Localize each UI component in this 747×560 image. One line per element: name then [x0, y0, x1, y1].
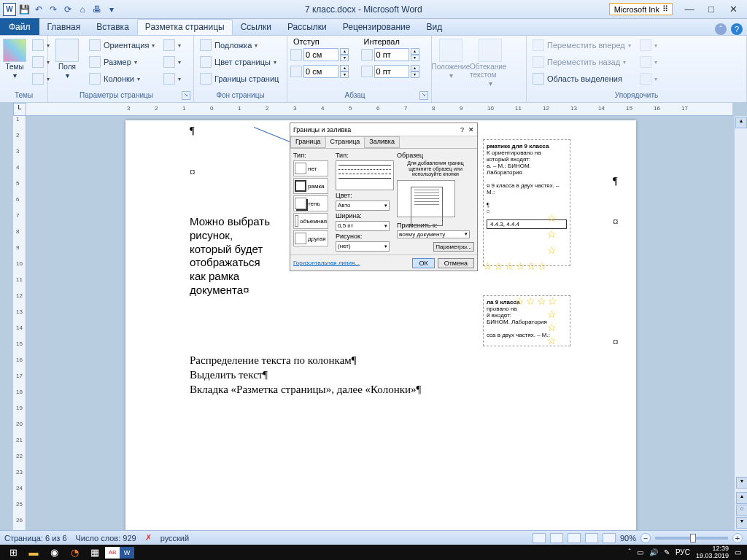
orientation-button[interactable]: Ориентация▾ [86, 37, 158, 53]
border-color-combo[interactable]: Авто▾ [336, 201, 390, 211]
tab-insert[interactable]: Вставка [88, 19, 137, 35]
notifications-icon[interactable]: ▭ [735, 548, 741, 556]
prev-page-button[interactable]: ▴ [736, 492, 747, 504]
help-icon[interactable]: ? [731, 23, 743, 35]
horizontal-ruler[interactable]: 32101234567891011121314151617 [26, 103, 732, 116]
print-icon[interactable]: 🖶 [90, 3, 104, 16]
minimize-button[interactable]: — [678, 2, 700, 17]
border-type-none[interactable]: нет [293, 160, 328, 176]
dialog-close-icon[interactable]: ✕ [468, 126, 474, 133]
browse-object-button[interactable]: ○ [736, 505, 747, 516]
tab-review[interactable]: Рецензирование [335, 19, 419, 35]
tray-language[interactable]: РУС [676, 548, 690, 556]
tab-view[interactable]: Вид [418, 19, 450, 35]
columns-button[interactable]: Колонки▾ [86, 71, 158, 87]
hyphenation-button[interactable]: ▾ [160, 71, 184, 87]
params-button[interactable]: Параметры... [433, 242, 474, 252]
indent-right-input[interactable]: ▴▾ [290, 63, 358, 79]
word-taskbar-icon[interactable]: W [120, 547, 134, 559]
tray-battery-icon[interactable]: ▭ [637, 548, 643, 556]
page-borders-button[interactable]: Границы страниц [197, 71, 282, 87]
close-button[interactable]: ✕ [722, 2, 744, 17]
zoom-level[interactable]: 90% [620, 534, 636, 542]
dialog-help-icon[interactable]: ? [460, 126, 464, 133]
spacing-before-input[interactable]: ▴▾ [361, 47, 429, 63]
refresh-icon[interactable]: ⟳ [61, 3, 74, 16]
page-status[interactable]: Страница: 6 из 6 [4, 534, 67, 542]
save-icon[interactable]: 💾 [18, 3, 31, 16]
calculator-icon[interactable]: ▦ [85, 545, 105, 560]
selection-pane-button[interactable]: Область выделения [530, 71, 634, 87]
cancel-button[interactable]: Отмена [438, 258, 474, 268]
group-position: Положение▾ Обтекание текстом▾ [432, 36, 527, 102]
tab-file[interactable]: Файл [0, 18, 39, 35]
border-style-list[interactable] [336, 160, 394, 190]
redo-icon[interactable]: ↷ [47, 3, 60, 16]
watermark-button[interactable]: Подложка▾ [197, 37, 282, 53]
vertical-scrollbar[interactable]: ▴ ▾ ▴ ○ ▾ [734, 116, 747, 530]
zoom-slider[interactable] [655, 537, 728, 540]
apply-to-combo[interactable]: всему документу▾ [397, 230, 470, 238]
qat-dropdown-icon[interactable]: ▾ [105, 3, 118, 16]
app-icon-1[interactable]: ◔ [64, 545, 85, 560]
page-setup-launcher[interactable]: ↘ [182, 91, 190, 100]
undo-icon[interactable]: ↶ [32, 3, 45, 16]
dialog-tab-page[interactable]: Страница [325, 136, 365, 148]
paragraph-launcher[interactable]: ↘ [419, 91, 428, 100]
start-button[interactable]: ⊞ [3, 545, 23, 560]
print-layout-view[interactable] [533, 533, 546, 543]
dialog-tab-fill[interactable]: Заливка [364, 136, 400, 148]
zoom-in-button[interactable]: + [732, 533, 743, 543]
border-width-combo[interactable]: 0,5 пт▾ [336, 221, 390, 231]
line-numbers-button[interactable]: ▾ [160, 54, 184, 70]
border-type-shadow[interactable]: тень [293, 195, 328, 211]
tray-pen-icon[interactable]: ✎ [664, 548, 670, 556]
maximize-button[interactable]: □ [700, 2, 722, 17]
group-themes: Темы▾ ▾▾▾ Темы [0, 36, 48, 102]
ink-button[interactable]: Microsoft Ink⠿ [609, 3, 673, 15]
outline-view[interactable] [585, 533, 598, 543]
size-button[interactable]: Размер▾ [86, 54, 158, 70]
border-type-3d[interactable]: объемная [293, 213, 328, 229]
scroll-down-button[interactable]: ▾ [736, 477, 747, 489]
indent-left-input[interactable]: ▴▾ [290, 47, 358, 63]
border-type-custom[interactable]: другая [293, 230, 328, 246]
tab-page-layout[interactable]: Разметка страницы [137, 19, 233, 35]
minimize-ribbon-icon[interactable]: ˆ [715, 23, 727, 35]
scroll-up-button[interactable]: ▴ [735, 117, 747, 128]
zoom-out-button[interactable]: − [640, 533, 651, 543]
horizontal-line-link[interactable]: Горизонтальная линия... [293, 260, 360, 266]
forward-icon [533, 39, 544, 51]
border-art-combo[interactable]: (нет)▾ [336, 241, 390, 252]
dialog-tab-border[interactable]: Граница [290, 136, 326, 148]
margins-button[interactable]: Поля▾ [51, 37, 83, 91]
tab-references[interactable]: Ссылки [233, 19, 279, 35]
draft-view[interactable] [603, 533, 616, 543]
ok-button[interactable]: ОК [412, 258, 434, 268]
language-status[interactable]: русский [160, 534, 189, 542]
tab-mailings[interactable]: Рассылки [279, 19, 335, 35]
tab-home[interactable]: Главная [39, 19, 89, 35]
page-color-button[interactable]: Цвет страницы▾ [197, 54, 282, 70]
border-preview[interactable] [397, 180, 455, 217]
full-screen-view[interactable] [550, 533, 563, 543]
ruler-corner[interactable]: L [13, 103, 26, 116]
tray-volume-icon[interactable]: 🔊 [649, 548, 658, 556]
tray-chevron-icon[interactable]: ˆ [629, 548, 631, 556]
star-row-8: ☆ [547, 335, 557, 346]
spell-check-icon[interactable]: ✗ [145, 533, 152, 542]
explorer-icon[interactable]: ▬ [23, 545, 44, 560]
themes-button[interactable]: Темы▾ [3, 37, 26, 91]
web-layout-view[interactable] [568, 533, 581, 543]
chrome-icon[interactable]: ◉ [44, 545, 64, 560]
word-count[interactable]: Число слов: 929 [76, 534, 136, 542]
taskbar-clock[interactable]: 12:3919.03.2019 [696, 545, 729, 559]
home-icon[interactable]: ⌂ [76, 3, 89, 16]
next-page-button[interactable]: ▾ [736, 517, 747, 529]
breaks-button[interactable]: ▾ [160, 37, 184, 53]
spacing-after-input[interactable]: ▴▾ [361, 63, 429, 79]
app-icon-2[interactable]: AB [105, 547, 120, 559]
border-type-box[interactable]: рамка [293, 178, 328, 194]
dialog-title-bar[interactable]: Границы и заливка?✕ [290, 123, 477, 136]
vertical-ruler[interactable]: 1234567891011121314151617181920212223242… [13, 116, 26, 530]
